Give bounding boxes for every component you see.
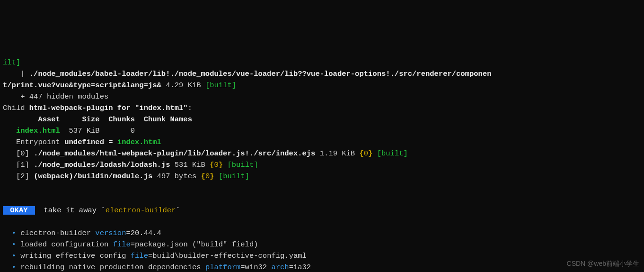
- built-tag: [built]: [372, 149, 407, 158]
- chunk-brace: {: [359, 149, 363, 158]
- built-tag: [built]: [223, 161, 258, 169]
- mod0-size: 1.19 KiB: [315, 149, 359, 158]
- entrypoint-value: index.html: [117, 138, 161, 146]
- pipe-prefix: |: [3, 70, 29, 78]
- chunk-brace: {: [210, 161, 214, 169]
- kv-val: =package.json ("build" field): [131, 240, 258, 249]
- bullet-icon: •: [3, 240, 20, 249]
- kv-val: =ia32: [289, 263, 311, 272]
- kv-key: file: [131, 252, 148, 260]
- chunk-brace: }: [219, 161, 223, 169]
- mod0-index: [0]: [3, 149, 34, 158]
- chunk-brace: {: [201, 172, 205, 181]
- chunk-brace: }: [368, 149, 372, 158]
- module-path-line2: t/print.vue?vue&type=script&lang=js&: [3, 81, 161, 90]
- chunk-num: 0: [214, 161, 219, 169]
- mod2-path: (webpack)/buildin/module.js: [34, 172, 152, 181]
- kv-key: file: [113, 240, 131, 249]
- kv-val: =20.44.4: [126, 229, 161, 237]
- kv-val: =win32: [240, 263, 271, 272]
- terminal-output[interactable]: ilt] | ./node_modules/babel-loader/lib!.…: [0, 45, 644, 272]
- kv-val: =build\builder-effective-config.yaml: [148, 252, 307, 260]
- mod0-path: ./node_modules/html-webpack-plugin/lib/l…: [34, 149, 315, 158]
- colon: :: [188, 104, 192, 112]
- banner-text: take it away `: [35, 206, 106, 215]
- module-path-line1: ./node_modules/babel-loader/lib!./node_m…: [29, 70, 492, 78]
- okay-badge: OKAY: [3, 206, 35, 215]
- hidden-modules: + 447 hidden modules: [3, 92, 108, 101]
- child-title: html-webpack-plugin for "index.html": [29, 104, 188, 112]
- step-text: loaded configuration: [20, 240, 113, 249]
- step-text: writing effective config: [20, 252, 131, 260]
- bullet-icon: •: [3, 229, 20, 237]
- child-prefix: Child: [3, 104, 29, 112]
- banner-tail: `: [176, 206, 180, 215]
- step-text: electron-builder: [20, 229, 95, 237]
- entrypoint-prefix: Entrypoint: [3, 138, 64, 146]
- built-tag: [built]: [214, 172, 249, 181]
- asset-row: 537 KiB 0: [60, 127, 135, 135]
- chunk-num: 0: [205, 172, 210, 181]
- mod1-size: 531 KiB: [170, 161, 210, 169]
- kv-key: version: [95, 229, 126, 237]
- module-size: 4.29 KiB: [161, 81, 205, 90]
- chunk-brace: }: [210, 172, 214, 181]
- asset-name: index.html: [3, 127, 60, 135]
- mod1-index: [1]: [3, 161, 34, 169]
- mod2-size: 497 bytes: [152, 172, 201, 181]
- chunk-num: 0: [364, 149, 368, 158]
- mod2-index: [2]: [3, 172, 34, 181]
- mod1-path: ./node_modules/lodash/lodash.js: [34, 161, 170, 169]
- kv-key: platform: [205, 263, 240, 272]
- kv-key: arch: [271, 263, 289, 272]
- step-text: rebuilding native production dependencie…: [20, 263, 205, 272]
- table-header: Asset Size Chunks Chunk Names: [3, 115, 192, 124]
- bullet-icon: •: [3, 263, 20, 272]
- bullet-icon: •: [3, 252, 20, 260]
- built-tag: [built]: [205, 81, 236, 90]
- entrypoint-mid: undefined =: [64, 138, 117, 146]
- built-tag-partial: ilt]: [3, 58, 20, 67]
- banner-name: electron-builder: [106, 206, 176, 215]
